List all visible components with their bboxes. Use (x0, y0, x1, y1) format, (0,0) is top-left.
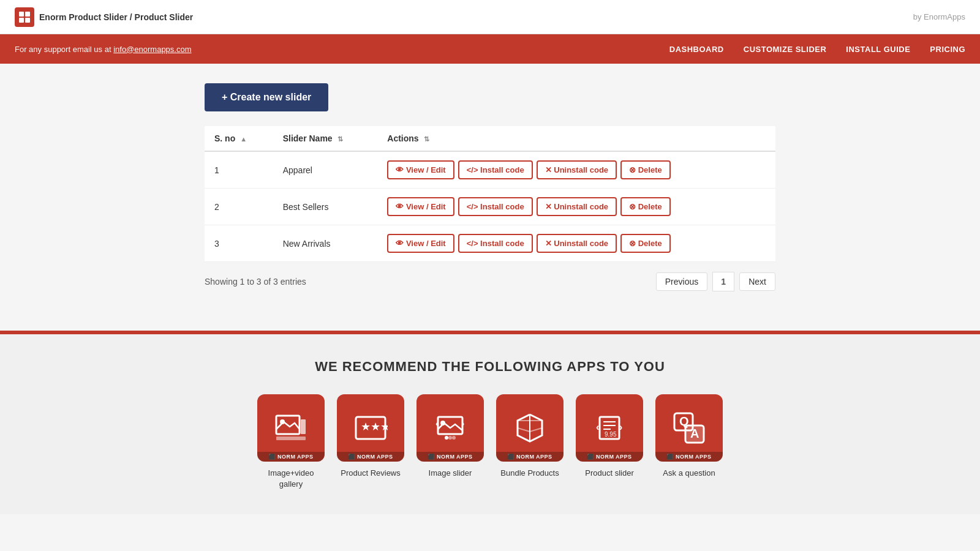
action-buttons-group: 👁 View / Edit</> Install code✕ Uninstall… (387, 160, 766, 179)
app-label-ask-a-question: Ask a question (663, 468, 715, 479)
svg-text:›: › (461, 418, 464, 429)
app-card-image-slider[interactable]: ‹ › ⬛ NORM APPSImage slider (417, 394, 484, 490)
main-content: + Create new slider S. no ▲ Slider Name … (190, 64, 790, 321)
breadcrumb: Enorm Product Slider / Product Slider (39, 12, 193, 22)
svg-point-16 (452, 436, 456, 440)
pagination: Previous 1 Next (656, 272, 775, 291)
svg-text:‹: ‹ (435, 418, 439, 429)
svg-text:A: A (690, 427, 699, 440)
support-email-link[interactable]: info@enormapps.com (113, 45, 191, 54)
page-name-label: Product Slider (135, 12, 194, 22)
norm-badge: ⬛ NORM APPS (417, 452, 484, 462)
install-code-button[interactable]: </> Install code (458, 234, 533, 253)
app-icon-product-reviews: ★★★★★ ⬛ NORM APPS (337, 394, 404, 462)
app-label-product-slider: Product slider (585, 468, 633, 479)
cell-actions: 👁 View / Edit</> Install code✕ Uninstall… (377, 189, 775, 225)
svg-text:›: › (619, 422, 622, 432)
install-code-button[interactable]: </> Install code (458, 197, 533, 216)
norm-badge: ⬛ NORM APPS (576, 452, 643, 462)
apps-grid: ⬛ NORM APPSImage+video gallery ★★★★★ ⬛ N… (15, 394, 965, 490)
app-label-bundle-products: Bundle Products (500, 468, 559, 479)
sort-icon-sno[interactable]: ▲ (240, 135, 247, 143)
sort-icon-name[interactable]: ⇅ (337, 135, 343, 143)
table-row: 1Apparel👁 View / Edit</> Install code✕ U… (205, 151, 775, 189)
svg-point-15 (448, 436, 452, 440)
svg-rect-0 (19, 12, 24, 17)
svg-rect-3 (25, 18, 30, 23)
current-page-number: 1 (712, 272, 734, 291)
app-card-ask-a-question[interactable]: Q A ⬛ NORM APPSAsk a question (655, 394, 723, 490)
norm-badge: ⬛ NORM APPS (496, 452, 564, 462)
showing-entries-text: Showing 1 to 3 of 3 entries (205, 277, 306, 287)
nav-links: DASHBOARD CUSTOMIZE SLIDER INSTALL GUIDE… (669, 45, 965, 54)
by-enorm-label: by EnormApps (913, 12, 965, 21)
uninstall-code-button[interactable]: ✕ Uninstall code (537, 197, 617, 216)
app-icon-product-slider: ‹ › 9.95 ⬛ NORM APPS (576, 394, 643, 462)
norm-badge: ⬛ NORM APPS (257, 452, 325, 462)
recommendations-section: WE RECOMMEND THE FOLLOWING APPS TO YOU ⬛… (0, 334, 980, 514)
app-icon-bundle-products: ⬛ NORM APPS (496, 394, 564, 462)
cell-actions: 👁 View / Edit</> Install code✕ Uninstall… (377, 151, 775, 189)
app-name-label: Enorm Product Slider (39, 12, 127, 22)
svg-text:9.95: 9.95 (605, 431, 617, 438)
col-actions: Actions ⇅ (377, 126, 775, 151)
svg-rect-2 (19, 18, 24, 23)
cell-sno: 3 (205, 225, 273, 262)
breadcrumb-area: Enorm Product Slider / Product Slider (15, 7, 193, 27)
previous-button[interactable]: Previous (656, 272, 707, 291)
app-icon-image-video-gallery: ⬛ NORM APPS (257, 394, 325, 462)
install-code-button[interactable]: </> Install code (458, 160, 533, 179)
app-label-product-reviews: Product Reviews (341, 468, 401, 479)
sliders-table: S. no ▲ Slider Name ⇅ Actions ⇅ 1Apparel… (205, 126, 775, 262)
table-footer: Showing 1 to 3 of 3 entries Previous 1 N… (205, 262, 775, 301)
nav-dashboard[interactable]: DASHBOARD (669, 45, 724, 54)
app-card-bundle-products[interactable]: ⬛ NORM APPSBundle Products (496, 394, 564, 490)
create-new-slider-button[interactable]: + Create new slider (205, 83, 328, 111)
view-edit-button[interactable]: 👁 View / Edit (387, 234, 454, 253)
sort-icon-actions[interactable]: ⇅ (424, 135, 429, 143)
norm-badge: ⬛ NORM APPS (655, 452, 723, 462)
svg-rect-6 (301, 419, 306, 434)
support-text: For any support email us at info@enormap… (15, 45, 192, 54)
recommendations-title: WE RECOMMEND THE FOLLOWING APPS TO YOU (15, 359, 965, 375)
app-card-product-slider[interactable]: ‹ › 9.95 ⬛ NORM APPSProduct slider (576, 394, 643, 490)
col-sno: S. no ▲ (205, 126, 273, 151)
cell-slider-name: Best Sellers (273, 189, 378, 225)
svg-text:‹: ‹ (596, 422, 599, 432)
app-icon-ask-a-question: Q A ⬛ NORM APPS (655, 394, 723, 462)
nav-bar: For any support email us at info@enormap… (0, 34, 980, 64)
next-button[interactable]: Next (739, 272, 775, 291)
app-icon-image-slider: ‹ › ⬛ NORM APPS (417, 394, 484, 462)
uninstall-code-button[interactable]: ✕ Uninstall code (537, 160, 617, 179)
table-row: 3New Arrivals👁 View / Edit</> Install co… (205, 225, 775, 262)
cell-sno: 2 (205, 189, 273, 225)
cell-slider-name: New Arrivals (273, 225, 378, 262)
action-buttons-group: 👁 View / Edit</> Install code✕ Uninstall… (387, 234, 766, 253)
app-card-image-video-gallery[interactable]: ⬛ NORM APPSImage+video gallery (257, 394, 325, 490)
view-edit-button[interactable]: 👁 View / Edit (387, 160, 454, 179)
delete-button[interactable]: ⊗ Delete (620, 234, 671, 253)
cell-actions: 👁 View / Edit</> Install code✕ Uninstall… (377, 225, 775, 262)
app-logo-icon (15, 7, 34, 27)
svg-text:★★★★★: ★★★★★ (361, 421, 388, 433)
nav-install-guide[interactable]: INSTALL GUIDE (846, 45, 910, 54)
svg-point-14 (445, 436, 448, 440)
svg-rect-1 (25, 12, 30, 17)
col-slider-name: Slider Name ⇅ (273, 126, 378, 151)
app-label-image-video-gallery: Image+video gallery (257, 468, 325, 490)
delete-button[interactable]: ⊗ Delete (620, 160, 671, 179)
breadcrumb-separator: / (130, 12, 132, 22)
svg-rect-7 (276, 437, 306, 440)
delete-button[interactable]: ⊗ Delete (620, 197, 671, 216)
view-edit-button[interactable]: 👁 View / Edit (387, 197, 454, 216)
table-row: 2Best Sellers👁 View / Edit</> Install co… (205, 189, 775, 225)
app-label-image-slider: Image slider (429, 468, 472, 479)
nav-pricing[interactable]: PRICING (930, 45, 965, 54)
app-card-product-reviews[interactable]: ★★★★★ ⬛ NORM APPSProduct Reviews (337, 394, 404, 490)
nav-customize-slider[interactable]: CUSTOMIZE SLIDER (744, 45, 827, 54)
norm-badge: ⬛ NORM APPS (337, 452, 404, 462)
cell-sno: 1 (205, 151, 273, 189)
uninstall-code-button[interactable]: ✕ Uninstall code (537, 234, 617, 253)
top-bar: Enorm Product Slider / Product Slider by… (0, 0, 980, 34)
action-buttons-group: 👁 View / Edit</> Install code✕ Uninstall… (387, 197, 766, 216)
